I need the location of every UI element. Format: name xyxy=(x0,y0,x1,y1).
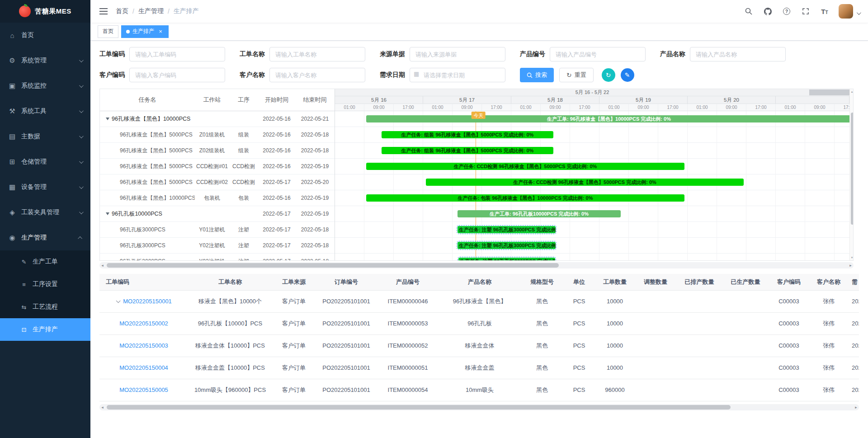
breadcrumb-separator: / xyxy=(132,8,134,15)
gantt-column-header: 结束时间 xyxy=(295,96,335,104)
reset-button[interactable]: ↻ 重置 xyxy=(559,68,594,82)
font-size-button[interactable]: TT xyxy=(816,2,833,20)
gantt-task-row[interactable]: 96孔移液盒【黑色】5000PCSCCD检测#02CCD检测2022-05-17… xyxy=(100,174,335,190)
sidebar-item-process-flow[interactable]: ⇆工艺流程 xyxy=(0,296,90,318)
customer-name-input[interactable] xyxy=(269,68,365,82)
product-name-input[interactable] xyxy=(690,47,786,61)
tab-scheduling[interactable]: 生产排产× xyxy=(121,25,169,38)
gantt-vertical-scrollbar-thumb[interactable] xyxy=(851,113,854,225)
gantt-bar[interactable]: 生产任务: CCD检测 96孔移液盒【黑色】5000PCS 完成比例: 0% xyxy=(426,179,744,186)
gantt-chart-body: 今天 生产工单: 96孔移液盒【黑色】10000PCS 完成比例: 0%生产任务… xyxy=(335,111,849,260)
table-horizontal-scrollbar[interactable]: ◂ ▸ xyxy=(99,404,859,410)
gantt-task-name: 96孔移液盒【黑色】10000PCS xyxy=(100,194,195,202)
search-button[interactable]: 搜索 xyxy=(520,68,554,82)
help-button[interactable]: ? xyxy=(778,2,795,20)
gantt-bar[interactable]: 生产任务: 注塑 96孔孔板3000PCS 完成比例: 0% xyxy=(458,226,556,233)
breadcrumb-item[interactable]: 生产管理 xyxy=(138,7,164,15)
gantt-task-cell: 组装 xyxy=(229,131,258,139)
cell-customer_code: C00003 xyxy=(769,379,809,401)
sidebar-item-system-mgmt[interactable]: ⚙系统管理 xyxy=(0,48,90,73)
search-header-button[interactable] xyxy=(740,2,757,20)
customer-code-input[interactable] xyxy=(129,68,225,82)
scroll-right-icon[interactable]: ▸ xyxy=(853,404,859,410)
cell-item_no: ITEM00000054 xyxy=(377,379,439,401)
order-name-input[interactable] xyxy=(269,47,365,61)
sidebar-item-production[interactable]: ◉生产管理 xyxy=(0,225,90,250)
sidebar-item-system-tools[interactable]: ⚒系统工具 xyxy=(0,99,90,124)
gantt-task-list: 任务名工作站工序开始时间结束时间 96孔移液盒【黑色】10000PCS2022-… xyxy=(100,89,335,260)
gantt-bar[interactable]: 生产任务: 包装 96孔移液盒【黑色】10000PCS 完成比例: 0% xyxy=(366,194,684,202)
cell-qty: 10000 xyxy=(595,312,635,334)
cell-customer_code: C00003 xyxy=(769,312,809,334)
sidebar-item-fixture[interactable]: ◈工装夹具管理 xyxy=(0,200,90,225)
gantt-bar[interactable]: 生产任务: 注塑 96孔孔板3000PCS 完成比例: 0% xyxy=(458,258,555,260)
cell-scheduled xyxy=(676,357,722,379)
order-code-link[interactable]: MO202205150001 xyxy=(123,298,172,305)
gantt-bar[interactable]: 生产任务: 注塑 96孔孔板3000PCS 完成比例: 0% xyxy=(458,242,556,249)
gantt-task-row[interactable]: 96孔孔板10000PCS2022-05-172022-05-19 xyxy=(100,206,335,222)
gantt-bar[interactable]: 生产工单: 96孔孔板10000PCS 完成比例: 0% xyxy=(458,210,621,217)
filter-label-product-code: 产品编号 xyxy=(520,50,545,58)
gantt-bar[interactable]: 生产工单: 96孔移液盒【黑色】10000PCS 完成比例: 0% xyxy=(366,115,849,122)
hamburger-button[interactable] xyxy=(96,4,111,19)
sidebar-item-master-data[interactable]: ▤主数据 xyxy=(0,124,90,149)
product-code-input[interactable] xyxy=(550,47,646,61)
sidebar-item-system-monitor[interactable]: ▣系统监控 xyxy=(0,73,90,99)
cell-customer_name: 张伟 xyxy=(809,334,848,357)
breadcrumb-item[interactable]: 首页 xyxy=(116,7,128,15)
collapse-arrow-icon[interactable] xyxy=(106,212,109,215)
gantt-bar[interactable]: 生产任务: 组装 96孔移液盒【黑色】5000PCS 完成比例: 0% xyxy=(382,147,553,154)
scroll-down-icon[interactable]: ▾ xyxy=(850,255,854,260)
gantt-task-row[interactable]: 96孔孔板3000PCSY01注塑机注塑2022-05-172022-05-18 xyxy=(100,222,335,238)
order-code-link[interactable]: MO202205150003 xyxy=(119,342,168,349)
gantt-task-row[interactable]: 96孔移液盒【黑色】10000PCS2022-05-162022-05-21 xyxy=(100,111,335,127)
sidebar-item-work-order[interactable]: ✎生产工单 xyxy=(0,250,90,273)
edit-button[interactable]: ✎ xyxy=(621,68,634,82)
order-code-link[interactable]: MO202205150004 xyxy=(119,364,168,371)
gantt-task-row[interactable]: 96孔移液盒【黑色】5000PCSZ02组装机组装2022-05-162022-… xyxy=(100,143,335,159)
cell-code: MO202205150005 xyxy=(99,379,188,401)
tab-home[interactable]: 首页 xyxy=(98,25,118,38)
filter-label-source-doc: 来源单据 xyxy=(380,50,405,58)
sync-button[interactable]: ↻ xyxy=(602,68,615,82)
gantt-bar[interactable]: 生产任务: 组装 96孔移液盒【黑色】5000PCS 完成比例: 0% xyxy=(382,131,553,138)
scroll-left-icon[interactable]: ◂ xyxy=(99,404,105,410)
scroll-right-icon[interactable]: ▸ xyxy=(848,262,854,268)
order-code-input[interactable] xyxy=(129,47,225,61)
fullscreen-button[interactable] xyxy=(797,2,814,20)
timeline-scrollbar-thumb[interactable] xyxy=(809,89,849,95)
gantt-horizontal-scrollbar[interactable]: ◂ ▸ xyxy=(99,262,854,268)
order-code-link[interactable]: MO202205150002 xyxy=(119,320,168,327)
gantt-task-row[interactable]: 96孔移液盒【黑色】5000PCSZ01组装机组装2022-05-162022-… xyxy=(100,127,335,143)
sidebar-item-home[interactable]: ⌂首页 xyxy=(0,23,90,48)
gantt-bar[interactable]: 生产任务: CCD检测 96孔移液盒【黑色】5000PCS 完成比例: 0% xyxy=(366,163,684,170)
cell-source: 客户订单 xyxy=(272,379,316,401)
github-button[interactable] xyxy=(759,2,776,20)
sidebar-item-process-settings[interactable]: ≡工序设置 xyxy=(0,273,90,296)
source-doc-input[interactable] xyxy=(410,47,505,61)
collapse-arrow-icon[interactable] xyxy=(106,118,109,120)
order-code-link[interactable]: MO202205150005 xyxy=(119,386,168,393)
gantt-vertical-scrollbar[interactable]: ▴ ▾ xyxy=(849,89,854,260)
sidebar-item-equipment[interactable]: ▦设备管理 xyxy=(0,174,90,200)
chevron-up-icon xyxy=(78,236,82,240)
gantt-horizontal-scrollbar-thumb[interactable] xyxy=(107,263,559,268)
warehouse-icon: ⊞ xyxy=(8,158,16,166)
scroll-up-icon[interactable]: ▴ xyxy=(850,89,854,94)
chevron-down-icon[interactable] xyxy=(857,10,861,15)
sidebar-item-warehouse[interactable]: ⊞仓储管理 xyxy=(0,149,90,174)
sidebar-item-scheduling[interactable]: ⊡生产排产 xyxy=(0,318,90,341)
gantt-task-cell: 2022-05-16 xyxy=(258,147,295,154)
gantt-task-row[interactable]: 96孔孔板3000PCSY03注塑机注塑2022-05-172022-05-18 xyxy=(100,254,335,261)
gantt-task-row[interactable]: 96孔孔板3000PCSY02注塑机注塑2022-05-172022-05-18 xyxy=(100,238,335,254)
expand-chevron-icon[interactable] xyxy=(116,298,121,303)
avatar[interactable] xyxy=(839,4,853,19)
tab-close-icon[interactable]: × xyxy=(157,28,164,35)
cell-scheduled xyxy=(676,334,722,357)
due-date-input[interactable] xyxy=(410,68,505,82)
gantt-task-row[interactable]: 96孔移液盒【黑色】10000PCS包装机包装2022-05-162022-05… xyxy=(100,190,335,206)
scroll-left-icon[interactable]: ◂ xyxy=(99,262,105,268)
table-horizontal-scrollbar-thumb[interactable] xyxy=(107,405,731,410)
tools-icon: ⚒ xyxy=(8,107,16,115)
gantt-task-row[interactable]: 96孔移液盒【黑色】5000PCSCCD检测#01CCD检测2022-05-16… xyxy=(100,159,335,174)
